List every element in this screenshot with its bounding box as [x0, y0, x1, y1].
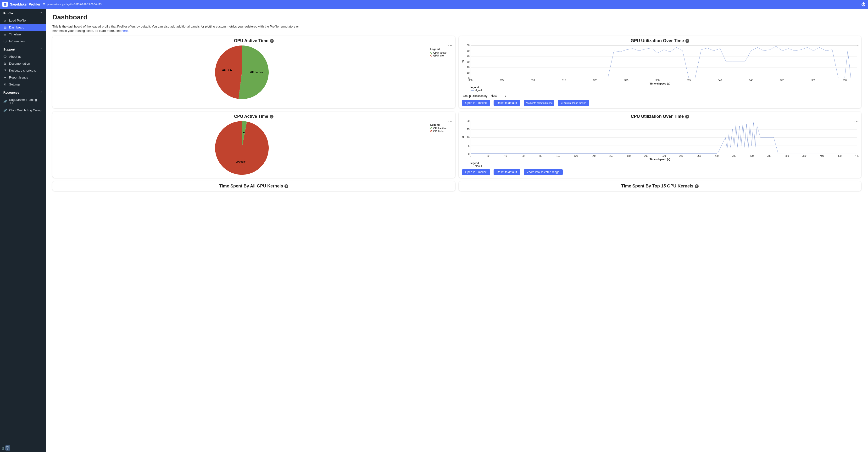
- power-icon[interactable]: ⏻: [861, 2, 866, 7]
- job-name: pt-resnet-smppy-1xg4dn-2023-05-19-23-07-…: [48, 3, 101, 6]
- zoom-into-selected-range-button[interactable]: Zoom into selected range: [524, 100, 555, 106]
- reset-to-default-button[interactable]: Reset to default: [494, 169, 520, 175]
- panel-gpu-active-time: GPU Active Time? ••• GPU activeGPU idle …: [52, 36, 455, 108]
- sidebar-item-label: About us: [9, 55, 21, 58]
- bug-icon: ✱: [3, 76, 7, 79]
- gpu-pie-chart: GPU activeGPU idle: [214, 45, 269, 100]
- panel-top15-gpu-kernels: Time Spent By Top 15 GPU Kernels?: [459, 181, 862, 191]
- timeline-icon: ≣: [3, 33, 7, 36]
- reset-to-default-button[interactable]: Reset to default: [494, 100, 520, 106]
- chevron-up-icon: ⌃: [40, 12, 42, 15]
- intro-text: This is the dashboard of the loaded prof…: [52, 24, 306, 33]
- group-by-select[interactable]: Host▼: [490, 94, 507, 98]
- chevron-down-icon: ▼: [504, 95, 506, 97]
- dashboard-icon: ▤: [3, 26, 7, 29]
- help-icon[interactable]: ?: [270, 115, 274, 119]
- sidebar-item-keyboard-shortcuts[interactable]: ?Keyboard shortcuts: [0, 67, 46, 74]
- help-icon[interactable]: ?: [685, 39, 689, 43]
- svg-text:GPU active: GPU active: [250, 71, 263, 74]
- panel-title: Time Spent By Top 15 GPU Kernels: [621, 184, 693, 189]
- chevron-up-icon: ⌃: [40, 48, 42, 51]
- help-icon[interactable]: ?: [685, 115, 689, 119]
- sidebar-item-cloudwatch-log-group[interactable]: 🔗CloudWatch Log Group: [0, 107, 46, 114]
- sidebar-item-load-profile[interactable]: ◎Load Profile: [0, 17, 46, 24]
- sidebar-item-settings[interactable]: ⚙Settings: [0, 81, 46, 88]
- main-content: Dashboard This is the dashboard of the l…: [46, 9, 868, 452]
- open-in-timeline-button[interactable]: Open in Timeline: [462, 169, 490, 175]
- group-by-label: Group utilization by: [463, 94, 488, 98]
- panel-title: Time Spent By All GPU Kernels: [219, 184, 283, 189]
- panel-cpu-active-time: CPU Active Time? ••• CPU activeCPU idle …: [52, 112, 455, 178]
- svg-text:GPU idle: GPU idle: [222, 69, 232, 72]
- panel-gpu-utilization: GPU Utilization Over Time? ••• % 0102030…: [459, 36, 862, 108]
- learn-more-link[interactable]: here: [122, 29, 128, 33]
- sidebar-item-about-us[interactable]: ⓘAbout us: [0, 53, 46, 60]
- sidebar-item-documentation[interactable]: 🗎Documentation: [0, 60, 46, 67]
- panel-title: CPU Active Time: [234, 114, 268, 119]
- sidebar-item-dashboard[interactable]: ▤Dashboard: [0, 24, 46, 31]
- panel-all-gpu-kernels: Time Spent By All GPU Kernels?: [52, 181, 455, 191]
- top-bar: ▦ SageMaker Profiler ≡ pt-resnet-smppy-1…: [0, 0, 868, 9]
- set-current-range-for-cpu-button[interactable]: Set current range for CPU: [558, 100, 589, 106]
- sidebar-item-label: Timeline: [9, 33, 21, 36]
- sidebar-item-label: Report issuus: [9, 76, 28, 79]
- sidebar-item-label: Documentation: [9, 62, 30, 65]
- info-icon: ⓘ: [3, 40, 7, 43]
- sidebar-item-label: Load Profile: [9, 19, 26, 22]
- gear-icon: ⚙: [3, 83, 7, 86]
- help-icon[interactable]: ?: [270, 39, 274, 43]
- sidebar-item-label: SageMaker Training Job: [9, 98, 42, 105]
- link-icon: 🔗: [3, 109, 7, 112]
- panel-menu-icon[interactable]: •••: [448, 120, 453, 123]
- sidebar-item-label: Keyboard shortcuts: [9, 69, 36, 72]
- panel-title: GPU Utilization Over Time: [631, 38, 684, 43]
- info-icon: ⓘ: [3, 55, 7, 58]
- cpu-util-chart: % 05101520020406080100120140160180200220…: [462, 120, 858, 161]
- cpu-pie-legend: Legend CPU active CPU idle: [430, 120, 452, 176]
- cpu-util-legend: legend algo-1: [471, 161, 858, 167]
- sidebar-section-profile[interactable]: Profile⌃: [0, 9, 46, 17]
- help-icon[interactable]: ?: [284, 184, 288, 188]
- sidebar-item-sagemaker-training-job[interactable]: 🔗SageMaker Training Job: [0, 96, 46, 107]
- link-icon: 🔗: [3, 100, 7, 103]
- sidebar-item-label: CloudWatch Log Group: [9, 109, 41, 112]
- sidebar-item-label: Settings: [9, 83, 20, 86]
- app-logo-icon: ▦: [2, 2, 8, 7]
- app-title: SageMaker Profiler: [10, 2, 40, 6]
- panel-title: GPU Active Time: [234, 38, 269, 43]
- sidebar-item-label: Information: [9, 39, 25, 43]
- panel-cpu-utilization: CPU Utilization Over Time? ••• % 0510152…: [459, 112, 862, 178]
- doc-icon: 🗎: [3, 62, 7, 65]
- sidebar-item-timeline[interactable]: ≣Timeline: [0, 31, 46, 38]
- svg-text:CPU idle: CPU idle: [236, 161, 245, 163]
- sidebar-section-resources[interactable]: Resources⌃: [0, 88, 46, 96]
- zoom-into-selected-range-button[interactable]: Zoom into selected range: [524, 169, 563, 175]
- page-title: Dashboard: [52, 13, 861, 21]
- gpu-util-legend: legend algo-1: [471, 86, 858, 92]
- sidebar-item-information[interactable]: ⓘInformation: [0, 38, 46, 45]
- panel-title: CPU Utilization Over Time: [631, 114, 684, 119]
- help-icon[interactable]: ?: [695, 184, 699, 188]
- panel-menu-icon[interactable]: •••: [448, 44, 453, 48]
- open-in-timeline-button[interactable]: Open in Timeline: [462, 100, 490, 106]
- sidebar-section-support[interactable]: Support⌃: [0, 45, 46, 53]
- compass-icon: ◎: [3, 19, 7, 22]
- help-icon: ?: [3, 69, 7, 72]
- stats-icon[interactable]: ▥: [1, 446, 4, 450]
- sidebar: Profile⌃◎Load Profile▤Dashboard≣Timeline…: [0, 9, 46, 452]
- sidebar-item-report-issuus[interactable]: ✱Report issuus: [0, 74, 46, 81]
- gpu-util-chart: % 01020304050603003053103153203253303353…: [462, 44, 858, 85]
- cpu-pie-chart: CPU activeCPU idle: [214, 120, 269, 176]
- chevron-up-icon: ⌃: [40, 91, 42, 94]
- menu-toggle-icon[interactable]: ≡: [43, 2, 45, 6]
- sidebar-item-label: Dashboard: [9, 26, 24, 29]
- gpu-pie-legend: Legend GPU active GPU idle: [430, 45, 452, 100]
- db-badge: DB 0: [5, 445, 10, 451]
